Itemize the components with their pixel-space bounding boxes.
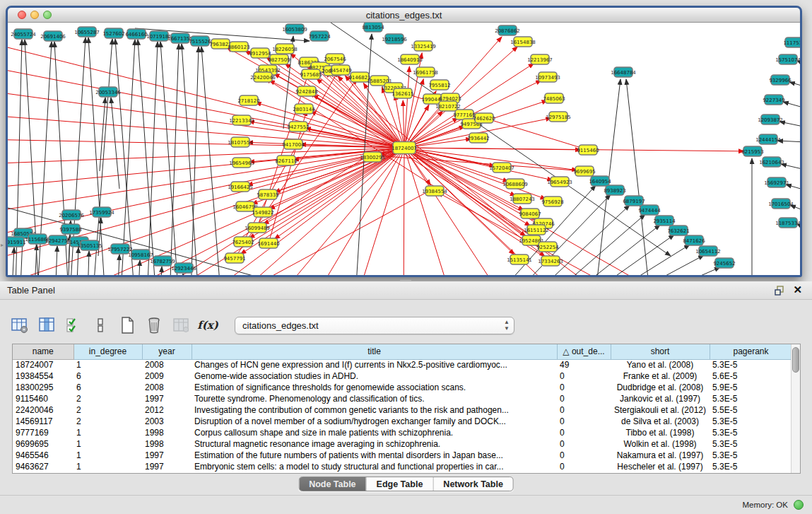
cell-year[interactable]: 2003	[142, 416, 192, 427]
selected-edge[interactable]	[347, 148, 404, 275]
graph-node-selected[interactable]: 9175685	[300, 69, 322, 79]
citation-edge[interactable]	[137, 260, 140, 275]
graph-node-selected[interactable]: 17334263	[538, 256, 563, 266]
graph-node[interactable]: 17016504	[768, 199, 794, 209]
cell-title[interactable]: Estimation of significance thresholds fo…	[192, 382, 557, 393]
cell-title[interactable]: Estimation of the future numbers of pati…	[192, 450, 557, 461]
scrollbar-thumb[interactable]	[792, 347, 799, 373]
citation-edge[interactable]	[789, 82, 800, 91]
cell-name[interactable]: 14569117	[13, 416, 73, 427]
citation-edge[interactable]	[584, 255, 704, 275]
cell-outdeg[interactable]: 0	[557, 393, 611, 404]
selected-edge[interactable]	[8, 139, 404, 148]
cell-outdeg[interactable]: 0	[557, 427, 611, 438]
graph-node-selected[interactable]: 15720407	[489, 163, 514, 173]
cell-indeg[interactable]: 1	[73, 438, 142, 450]
selected-edge[interactable]	[404, 148, 744, 151]
citation-edge[interactable]	[790, 205, 800, 217]
cell-short[interactable]: Stergiakouli et al. (2012)	[611, 404, 710, 416]
cell-outdeg[interactable]: 0	[557, 416, 611, 427]
graph-node-selected[interactable]: 7955812	[428, 80, 450, 90]
network-view-window[interactable]: citations_edges.txt 24055724206914061065…	[6, 6, 802, 277]
table-row[interactable]: 1872400712008Changes of HCN gene express…	[13, 359, 792, 370]
cell-outdeg[interactable]: 0	[557, 404, 611, 416]
window-titlebar[interactable]: citations_edges.txt	[8, 8, 800, 23]
graph-node-selected[interactable]: 5878335	[257, 189, 278, 199]
graph-node-selected[interactable]: 19384554	[422, 186, 447, 196]
graph-node-selected[interactable]: 9699695	[573, 166, 595, 176]
table-row[interactable]: 977716911998Corpus callosum shape and si…	[13, 427, 792, 438]
cell-short[interactable]: Yano et al. (2008)	[611, 359, 710, 370]
cell-indeg[interactable]: 6	[73, 382, 142, 393]
graph-node-selected[interactable]: 19654923	[547, 177, 572, 187]
graph-node[interactable]: 20876862	[495, 25, 520, 35]
selected-edge[interactable]	[8, 148, 404, 263]
cell-name[interactable]: 9115460	[13, 393, 73, 404]
citation-edge[interactable]	[540, 225, 660, 275]
cell-indeg[interactable]: 1	[73, 461, 142, 472]
graph-node-selected[interactable]: 9756928	[541, 197, 563, 206]
column-header-short[interactable]: short	[611, 344, 710, 359]
cell-outdeg[interactable]: 0	[557, 461, 611, 472]
graph-node-selected[interactable]: 7462620	[473, 113, 495, 123]
cell-year[interactable]: 2008	[142, 359, 192, 370]
cell-pagerank[interactable]: 5.3E-5	[710, 461, 792, 472]
citation-edge[interactable]	[160, 42, 180, 275]
graph-node-selected[interactable]: 12213343	[229, 115, 254, 125]
graph-node[interactable]: 24055724	[11, 29, 36, 39]
graph-node-selected[interactable]: 13325419	[411, 41, 436, 51]
graph-node-selected[interactable]: 16099489	[245, 223, 270, 233]
graph-node-selected[interactable]: 22420046	[250, 72, 276, 82]
graph-node-selected[interactable]: 1549822	[252, 207, 273, 217]
graph-node-selected[interactable]: 9084067	[519, 209, 541, 218]
graph-node[interactable]: 10654112	[695, 246, 721, 256]
cell-short[interactable]: Tibbo et al. (1998)	[611, 427, 710, 438]
cell-pagerank[interactable]: 5.6E-5	[710, 370, 792, 382]
cell-year[interactable]: 2009	[142, 370, 192, 382]
column-header-out_de[interactable]: △ out_de...	[557, 344, 611, 359]
cell-name[interactable]: 9463627	[13, 461, 73, 472]
table-row[interactable]: 946554611997Estimation of the future num…	[13, 450, 792, 461]
graph-node[interactable]: 10655287	[74, 27, 100, 37]
table-select-dropdown[interactable]: citations_edges.txt ▲▼	[235, 317, 514, 334]
graph-node[interactable]: 1527602	[102, 28, 124, 38]
cell-pagerank[interactable]: 5.3E-5	[710, 427, 792, 438]
cell-short[interactable]: Wolkin et al. (1998)	[611, 438, 710, 450]
table-row[interactable]: 2242004622012Investigating the contribut…	[13, 404, 792, 416]
graph-node[interactable]: 7957224	[308, 31, 331, 41]
selected-edge[interactable]	[256, 103, 404, 148]
cell-outdeg[interactable]: 0	[557, 382, 611, 393]
graph-node[interactable]: 19218596	[382, 34, 407, 44]
node-table[interactable]: namein_degreeyeartitle△ out_de...shortpa…	[12, 344, 801, 474]
selection-filter-icon[interactable]	[64, 315, 83, 335]
cell-title[interactable]: Embryonic stem cells: a model to study s…	[192, 461, 557, 472]
graph-node-selected[interactable]: 18724007	[392, 142, 417, 154]
cell-short[interactable]: Franke et al. (2009)	[611, 370, 710, 382]
table-row[interactable]: 1456911722003Disruption of a novel membe…	[13, 416, 792, 427]
cell-name[interactable]: 9465546	[13, 450, 73, 461]
graph-node-selected[interactable]: 8454749	[329, 65, 351, 75]
citation-edge[interactable]	[180, 274, 183, 275]
graph-node[interactable]: 20691406	[40, 31, 66, 41]
cell-short[interactable]: de Silva et al. (2003)	[611, 416, 710, 427]
graph-node[interactable]: 12923446	[171, 263, 196, 273]
graph-node[interactable]: 9227349	[763, 95, 784, 105]
cell-year[interactable]: 1997	[142, 393, 192, 404]
citation-edge[interactable]	[201, 47, 223, 275]
cell-name[interactable]: 19384554	[13, 370, 73, 382]
citation-network-graph[interactable]: 2405572420691406106552871527602646616010…	[8, 23, 800, 275]
graph-node[interactable]: 15692971	[764, 177, 789, 187]
graph-node[interactable]: 16648784	[611, 67, 636, 77]
graph-node-selected[interactable]: 9115460	[577, 145, 599, 155]
graph-node-selected[interactable]: 8267110	[275, 156, 297, 165]
graph-node[interactable]: 1117534	[783, 37, 800, 47]
citation-edge[interactable]	[786, 185, 800, 194]
cell-short[interactable]: Jankovic et al. (1997)	[611, 393, 710, 404]
graph-node-selected[interactable]: 10973493	[535, 72, 560, 82]
graph-node[interactable]: 2935114	[653, 216, 676, 226]
cell-pagerank[interactable]: 5.3E-5	[710, 393, 792, 404]
network-canvas[interactable]: 2405572420691406106552871527602646616010…	[8, 23, 800, 275]
graph-node-selected[interactable]: 1691440	[257, 238, 279, 248]
graph-node[interactable]: 7632621	[667, 226, 689, 235]
graph-node-selected[interactable]: 19166425	[228, 182, 253, 192]
